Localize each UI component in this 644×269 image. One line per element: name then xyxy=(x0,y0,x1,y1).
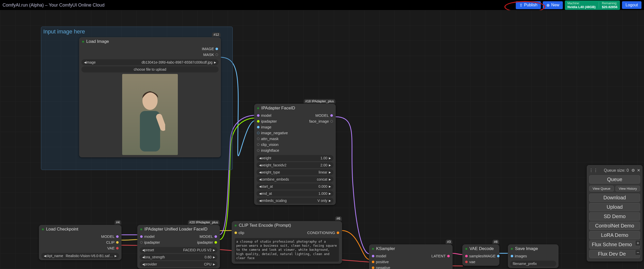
chevron-left-icon[interactable]: ◀ xyxy=(142,248,144,252)
widget-image-select[interactable]: ◀ image db13041e-39fd-4abc-8987-65587c00… xyxy=(81,59,219,65)
chevron-right-icon[interactable]: ▶ xyxy=(213,248,215,252)
node-ksampler[interactable]: #3 KSampler modelLATENT positive negativ… xyxy=(369,244,453,269)
publish-button[interactable]: ⇪ Publish xyxy=(516,1,541,9)
gear-icon[interactable]: ⚙ xyxy=(631,168,635,173)
chevron-right-icon[interactable]: ▶ xyxy=(329,192,331,195)
widget-ckpt-name[interactable]: ◀ ckpt_name Realistic-Vision-V6.0-B1.saf… xyxy=(41,253,119,259)
widget-lora_strength[interactable]: ◀lora_strength0.60▶ xyxy=(140,254,218,260)
port-dot-icon[interactable] xyxy=(140,241,143,244)
port-dot-icon[interactable] xyxy=(116,247,119,249)
controlnet-demo-button[interactable]: ControlNet Demo xyxy=(589,222,640,230)
port-dot-icon[interactable] xyxy=(330,114,333,117)
widget-weight_faceidv2[interactable]: ◀weight_faceidv22.00▶ xyxy=(256,162,333,168)
sd-demo-button[interactable]: SD Demo xyxy=(589,212,640,221)
brand-title[interactable]: ComfyAI.run (Alpha) – Your ComfyUI Onlin… xyxy=(3,3,104,8)
chevron-right-icon[interactable]: ▶ xyxy=(329,157,331,160)
chevron-left-icon[interactable]: ◀ xyxy=(259,164,261,167)
port-label: MODEL xyxy=(315,113,329,118)
side-panel[interactable]: ⋮⋮ Queue size: 0 ⚙ ✕ Queue View Queue Vi… xyxy=(587,165,642,261)
port-dot-icon[interactable] xyxy=(214,235,217,238)
logout-button[interactable]: Logout xyxy=(622,1,641,9)
port-dot-icon[interactable] xyxy=(257,114,260,117)
widget-upload-button[interactable]: choose file to upload xyxy=(81,66,219,72)
widget-weight[interactable]: ◀weight1.00▶ xyxy=(256,155,333,161)
upload-button[interactable]: Upload xyxy=(589,203,640,211)
chevron-right-icon[interactable]: ▶ xyxy=(213,263,215,266)
port-dot-icon[interactable] xyxy=(497,255,500,257)
chevron-right-icon[interactable]: ▶ xyxy=(329,185,331,188)
chevron-right-icon[interactable]: ▶ xyxy=(214,61,216,64)
flux-schne-demo-button[interactable]: Flux Schne Demo xyxy=(589,240,640,249)
port-dot-icon[interactable] xyxy=(372,266,374,269)
node-load-image[interactable]: #12 Load Image IMAGE MASK ◀ image db1304… xyxy=(79,37,221,157)
chevron-left-icon[interactable]: ◀ xyxy=(259,178,261,181)
chevron-left-icon[interactable]: ◀ xyxy=(259,185,261,188)
node-ipadapter-faceid[interactable]: #18 IPAdapter_plus IPAdapter FaceID mode… xyxy=(254,104,336,205)
port-dot-icon[interactable] xyxy=(330,120,333,123)
prompt-textarea[interactable]: a closeup of studio professional photogr… xyxy=(234,238,339,262)
chevron-left-icon[interactable]: ◀ xyxy=(259,192,261,195)
node-load-checkpoint[interactable]: #4 Load Checkpoint MODEL CLIP VAE ◀ ckpt… xyxy=(39,225,121,260)
port-dot-icon[interactable] xyxy=(257,132,260,134)
queue-button[interactable]: Queue xyxy=(589,175,640,184)
drag-handle-icon[interactable]: ⋮⋮ xyxy=(589,168,598,173)
port-dot-icon[interactable] xyxy=(257,149,260,152)
port-dot-icon[interactable] xyxy=(337,232,339,234)
port-label: model xyxy=(376,254,386,258)
port-dot-icon[interactable] xyxy=(447,255,450,257)
port-dot-icon[interactable] xyxy=(116,241,119,244)
chevron-left-icon[interactable]: ◀ xyxy=(44,254,46,258)
port-dot-icon[interactable] xyxy=(234,232,237,234)
node-canvas[interactable]: Input image here #12 Load Image IMAGE MA… xyxy=(0,10,644,269)
chevron-right-icon[interactable]: ▶ xyxy=(329,178,331,181)
widget-provider[interactable]: ◀providerCPU▶ xyxy=(140,261,218,267)
flux-dev-demo-button[interactable]: Flux Dev De xyxy=(589,250,640,258)
lora-demo-button[interactable]: LoRA Demo xyxy=(589,231,640,239)
chevron-left-icon[interactable]: ◀ xyxy=(259,157,261,160)
chevron-left-icon[interactable]: ◀ xyxy=(84,61,86,64)
chevron-right-icon[interactable]: ▶ xyxy=(329,171,331,174)
chevron-right-icon[interactable]: ▶ xyxy=(213,256,215,259)
widget-start_at[interactable]: ◀start_at0.000▶ xyxy=(256,183,333,189)
chevron-right-icon[interactable]: ▶ xyxy=(115,254,117,258)
port-dot-icon[interactable] xyxy=(216,48,218,50)
chevron-right-icon[interactable]: ▶ xyxy=(329,199,331,202)
chevron-right-icon[interactable]: ▶ xyxy=(329,164,331,167)
close-icon[interactable]: ✕ xyxy=(637,168,640,173)
chevron-left-icon[interactable]: ◀ xyxy=(142,256,144,259)
node-clip-text[interactable]: #6 CLIP Text Encode (Prompt) clipCONDITI… xyxy=(232,221,342,264)
widget-weight_type[interactable]: ◀weight_typelinear▶ xyxy=(256,169,333,175)
port-dot-icon[interactable] xyxy=(257,138,260,140)
chevron-left-icon[interactable]: ◀ xyxy=(142,263,144,266)
node-save-image[interactable]: Save Image images filename_prefix xyxy=(508,244,559,268)
widget-filename-prefix[interactable]: filename_prefix xyxy=(510,261,556,267)
zoom-in-button[interactable]: + xyxy=(635,240,641,246)
node-vae-decode[interactable]: #8 VAE Decode samplesIMAGE vae xyxy=(462,244,499,266)
machine-status[interactable]: Machine: Nvidia L40 (48GB) Remaining: $2… xyxy=(565,1,620,10)
view-queue-button[interactable]: View Queue xyxy=(589,186,614,191)
widget-preset[interactable]: ◀presetFACEID PLUS V2▶ xyxy=(140,247,218,253)
zoom-out-button[interactable]: − xyxy=(635,250,641,255)
port-dot-icon[interactable] xyxy=(511,255,513,257)
chevron-left-icon[interactable]: ◀ xyxy=(259,171,261,174)
download-button[interactable]: Download xyxy=(589,194,640,202)
view-history-button[interactable]: View History xyxy=(615,186,640,191)
port-dot-icon[interactable] xyxy=(372,255,374,257)
widget-embeds_scaling[interactable]: ◀embeds_scalingV only▶ xyxy=(256,198,333,204)
port-dot-icon[interactable] xyxy=(257,120,260,123)
port-dot-icon[interactable] xyxy=(214,241,217,244)
port-dot-icon[interactable] xyxy=(116,235,119,238)
widget-combine_embeds[interactable]: ◀combine_embedsconcat▶ xyxy=(256,176,333,182)
new-button[interactable]: ⊕ New xyxy=(543,1,563,9)
port-dot-icon[interactable] xyxy=(140,235,143,238)
widget-end_at[interactable]: ◀end_at1.000▶ xyxy=(256,190,333,197)
port-dot-icon[interactable] xyxy=(465,261,468,263)
image-preview[interactable] xyxy=(122,74,178,155)
node-unified-loader[interactable]: #20 IPAdapter_plus IPAdapter Unified Loa… xyxy=(137,225,220,268)
port-dot-icon[interactable] xyxy=(216,53,218,56)
port-dot-icon[interactable] xyxy=(465,255,468,257)
port-dot-icon[interactable] xyxy=(372,261,374,263)
port-dot-icon[interactable] xyxy=(257,126,260,128)
port-dot-icon[interactable] xyxy=(257,143,260,146)
chevron-left-icon[interactable]: ◀ xyxy=(259,199,261,202)
